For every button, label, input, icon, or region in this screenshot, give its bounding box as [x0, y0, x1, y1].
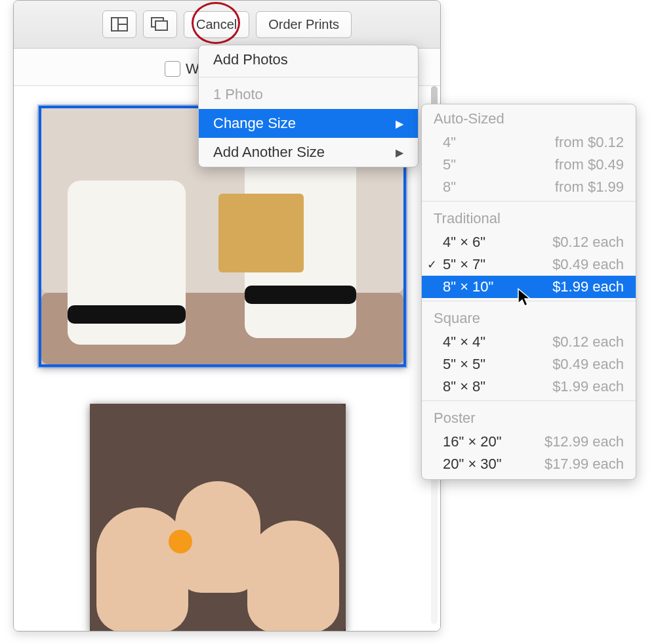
size-label: 8" × 10" [443, 278, 493, 295]
size-option-8x10[interactable]: 8" × 10" $1.99 each [422, 276, 636, 298]
menu-photo-count: 1 Photo [199, 80, 418, 109]
submenu-arrow-icon: ▶ [396, 118, 403, 130]
order-prints-button[interactable]: Order Prints [256, 11, 352, 38]
size-option-4x4[interactable]: 4" × 4" $0.12 each [422, 331, 636, 353]
price-label: $12.99 each [544, 433, 624, 450]
menu-separator [422, 301, 636, 301]
size-option-5x5[interactable]: 5" × 5" $0.49 each [422, 353, 636, 376]
size-submenu: Auto-Sized 4" from $0.12 5" from $0.49 8… [421, 104, 636, 480]
price-label: $0.12 each [552, 333, 624, 351]
submenu-arrow-icon: ▶ [396, 146, 403, 159]
price-label: from $0.12 [555, 134, 624, 151]
menu-separator [422, 201, 636, 202]
layout-icon-button[interactable] [102, 11, 136, 38]
price-label: $0.49 each [552, 256, 624, 273]
price-label: $17.99 each [544, 456, 624, 473]
menu-change-size[interactable]: Change Size ▶ [199, 109, 418, 138]
checkmark-icon: ✓ [427, 257, 437, 272]
price-label: from $1.99 [555, 179, 624, 196]
photo-thumbnail-2[interactable] [90, 404, 346, 632]
size-option-auto-5[interactable]: 5" from $0.49 [422, 154, 636, 176]
cancel-button[interactable]: Cancel [184, 11, 249, 38]
size-label: 16" × 20" [443, 433, 502, 450]
size-label: 8" × 8" [443, 378, 485, 395]
toolbar: Cancel Order Prints [14, 1, 440, 49]
section-square: Square [422, 304, 636, 331]
size-label: 8" [443, 179, 456, 196]
layout-icon [111, 17, 128, 32]
size-label: 5" × 5" [443, 356, 485, 373]
price-label: $0.12 each [552, 234, 624, 251]
size-label: 4" × 4" [443, 333, 485, 351]
menu-item-label: Add Photos [213, 51, 288, 68]
section-auto-sized: Auto-Sized [422, 104, 636, 131]
price-label: from $0.49 [555, 156, 624, 173]
size-label: 20" × 30" [443, 456, 502, 473]
size-option-auto-8[interactable]: 8" from $1.99 [422, 176, 636, 198]
size-option-20x30[interactable]: 20" × 30" $17.99 each [422, 453, 636, 479]
size-label: 4" × 6" [443, 234, 485, 251]
price-label: $1.99 each [552, 378, 624, 395]
menu-add-another-size[interactable]: Add Another Size ▶ [199, 138, 418, 167]
section-poster: Poster [422, 404, 636, 431]
size-option-8x8[interactable]: 8" × 8" $1.99 each [422, 376, 636, 398]
size-option-auto-4[interactable]: 4" from $0.12 [422, 131, 636, 154]
photos-stack-button[interactable] [143, 11, 177, 38]
menu-item-label: Change Size [213, 115, 296, 132]
size-label: 4" [443, 134, 456, 151]
price-label: $1.99 each [552, 278, 624, 295]
size-label: 5" × 7" [443, 256, 485, 273]
size-option-5x7[interactable]: ✓ 5" × 7" $0.49 each [422, 253, 636, 276]
menu-item-label: 1 Photo [213, 86, 263, 103]
stack-icon [150, 16, 170, 32]
menu-item-label: Add Another Size [213, 144, 325, 161]
section-traditional: Traditional [422, 204, 636, 231]
size-label: 5" [443, 156, 456, 173]
menu-separator [422, 400, 636, 401]
menu-add-photos[interactable]: Add Photos [199, 45, 418, 74]
menu-separator [199, 77, 418, 77]
price-label: $0.49 each [552, 356, 624, 373]
add-photos-menu: Add Photos 1 Photo Change Size ▶ Add Ano… [198, 45, 419, 167]
size-option-4x6[interactable]: 4" × 6" $0.12 each [422, 231, 636, 253]
size-option-16x20[interactable]: 16" × 20" $12.99 each [422, 431, 636, 453]
svg-rect-4 [155, 21, 167, 30]
white-border-checkbox[interactable] [165, 61, 180, 77]
